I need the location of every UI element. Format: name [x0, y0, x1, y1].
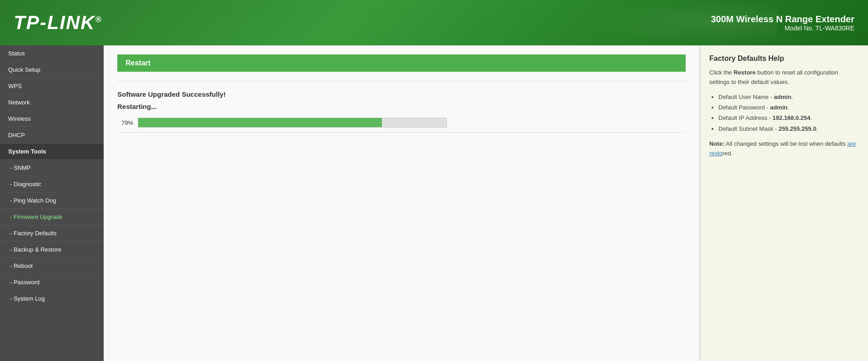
sidebar-item-firmware-upgrade[interactable]: - Firmware Upgrade [0, 209, 104, 225]
progress-bar-container [138, 118, 447, 128]
progress-row: 79% [117, 118, 686, 128]
product-info: 300M Wireless N Range Extender Model No.… [711, 14, 855, 32]
sidebar-item-dhcp[interactable]: DHCP [0, 127, 104, 143]
help-panel: Factory Defaults Help Click the Restore … [700, 45, 868, 361]
help-note-label: Note: [709, 140, 724, 147]
help-note-link[interactable]: are resto [709, 140, 856, 157]
sidebar-item-network[interactable]: Network [0, 94, 104, 111]
sidebar-item-snmp[interactable]: - SNMP [0, 160, 104, 176]
sidebar-item-wireless[interactable]: Wireless [0, 111, 104, 127]
help-list: Default User Name - admin. Default Passw… [718, 92, 859, 134]
sidebar-item-system-tools[interactable]: System Tools [0, 143, 104, 160]
help-list-item-ip: Default IP Address - 192.168.0.254. [718, 113, 859, 123]
progress-bar-fill [138, 118, 382, 127]
sidebar-item-reboot[interactable]: - Reboot [0, 258, 104, 274]
sidebar-item-wps[interactable]: WPS [0, 78, 104, 94]
logo-text: TP-LINK [14, 12, 95, 33]
progress-label: 79% [117, 119, 133, 126]
help-subnet-value: 255.255.255.0 [778, 125, 816, 132]
sidebar-item-diagnostic[interactable]: - Diagnostic [0, 176, 104, 193]
help-description: Click the Restore button to reset all co… [709, 68, 859, 87]
sidebar-item-backup-restore[interactable]: - Backup & Restore [0, 242, 104, 258]
sidebar-item-password[interactable]: - Password [0, 274, 104, 291]
help-username-value: admin [774, 94, 791, 100]
sidebar-item-quick-setup[interactable]: Quick Setup [0, 62, 104, 78]
help-note: Note: All changed settings will be lost … [709, 139, 859, 158]
help-list-item-password: Default Password - admin. [718, 102, 859, 113]
help-ip-value: 192.168.0.254 [773, 114, 810, 121]
help-list-item-username: Default User Name - admin. [718, 92, 859, 102]
product-name: 300M Wireless N Range Extender [711, 14, 855, 25]
logo-reg: ® [95, 15, 102, 24]
sidebar-item-status[interactable]: Status [0, 45, 104, 62]
layout: Status Quick Setup WPS Network Wireless … [0, 45, 868, 361]
sidebar-item-factory-defaults[interactable]: - Factory Defaults [0, 225, 104, 242]
logo: TP-LINK® [14, 12, 102, 34]
help-title: Factory Defaults Help [709, 54, 859, 63]
section-title: Restart [117, 54, 686, 72]
divider-bottom [117, 132, 686, 133]
restarting-text: Restarting... [117, 103, 686, 110]
help-list-item-subnet: Default Subnet Mask - 255.255.255.0. [718, 124, 859, 134]
main-content: Restart Software Upgraded Successfully! … [104, 45, 700, 361]
sidebar-item-system-log[interactable]: - System Log [0, 291, 104, 307]
help-restore-bold: Restore [733, 69, 755, 76]
header: TP-LINK® 300M Wireless N Range Extender … [0, 0, 868, 45]
divider-top [117, 81, 686, 81]
sidebar: Status Quick Setup WPS Network Wireless … [0, 45, 104, 361]
model-number: Model No. TL-WA830RE [711, 25, 855, 32]
help-password-value: admin [770, 104, 787, 111]
success-message: Software Upgraded Successfully! [117, 90, 686, 98]
sidebar-item-ping-watchdog[interactable]: - Ping Watch Dog [0, 193, 104, 209]
